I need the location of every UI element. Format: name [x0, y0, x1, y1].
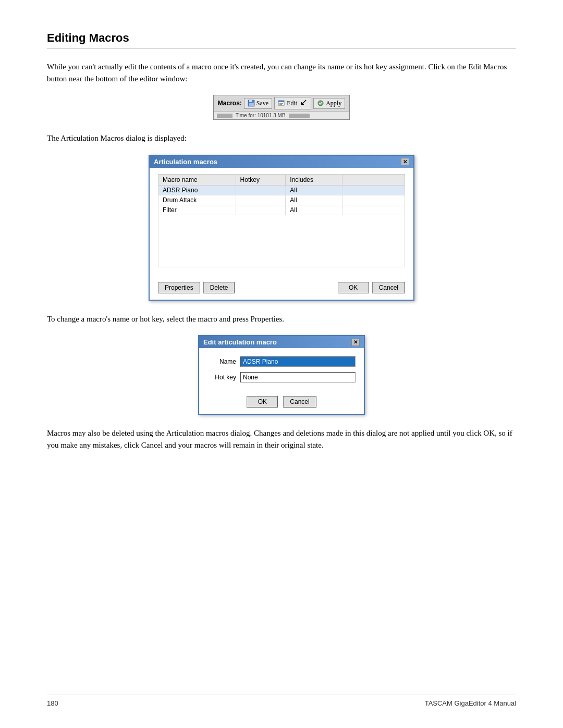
- save-label: Save: [256, 100, 268, 107]
- svg-rect-1: [249, 100, 252, 102]
- hotkey-cell: [236, 185, 286, 195]
- col-empty: [342, 174, 405, 185]
- toolbar-macros-label: Macros:: [218, 100, 242, 107]
- edit-macro-dialog: Edit articulation macro ✕ Name ADSR Pian…: [198, 335, 365, 415]
- save-icon: [248, 100, 255, 107]
- table-row[interactable]: Filter All: [158, 205, 405, 215]
- edit-macro-titlebar: Edit articulation macro ✕: [199, 336, 364, 348]
- includes-cell: All: [286, 205, 342, 215]
- includes-cell: All: [286, 195, 342, 205]
- col-hotkey: Hotkey: [236, 174, 286, 185]
- articulation-macros-footer: Properties Delete OK Cancel: [150, 278, 413, 300]
- footer-left-buttons: Properties Delete: [158, 282, 235, 293]
- delete-button[interactable]: Delete: [203, 282, 235, 293]
- hotkey-cell: [236, 205, 286, 215]
- name-input[interactable]: ADSR Piano: [240, 356, 356, 367]
- articulation-macros-dialog: Articulation macros ✕ Macro name Hotkey …: [149, 155, 414, 301]
- edit-ok-button[interactable]: OK: [247, 396, 278, 408]
- table-row-empty: [158, 215, 405, 267]
- macros-table: Macro name Hotkey Includes ADSR Piano Al…: [158, 174, 405, 267]
- save-button[interactable]: Save: [244, 98, 272, 109]
- articulation-macros-title: Articulation macros: [154, 158, 217, 166]
- hotkey-label: Hot key: [207, 374, 236, 381]
- footer-right-buttons: OK Cancel: [338, 282, 405, 293]
- apply-label: Apply: [326, 100, 341, 107]
- edit-button[interactable]: Edit ↙: [274, 97, 311, 109]
- svg-rect-4: [278, 101, 284, 102]
- properties-button[interactable]: Properties: [158, 282, 200, 293]
- closing-paragraph: Macros may also be deleted using the Art…: [47, 427, 516, 451]
- toolbar-bottom: Time for: 10101 3 MB: [214, 111, 349, 119]
- articulation-dialog-label: The Articulation Macros dialog is displa…: [47, 132, 516, 144]
- articulation-macros-close-button[interactable]: ✕: [401, 158, 409, 165]
- articulation-macros-titlebar: Articulation macros ✕: [150, 156, 413, 168]
- macro-name-cell: Filter: [158, 205, 236, 215]
- col-macro-name: Macro name: [158, 174, 236, 185]
- macro-name-cell: ADSR Piano: [158, 185, 236, 195]
- extra-cell: [342, 195, 405, 205]
- edit-cancel-button[interactable]: Cancel: [283, 396, 316, 408]
- cancel-button[interactable]: Cancel: [372, 282, 405, 293]
- ok-button[interactable]: OK: [338, 282, 369, 293]
- hotkey-row: Hot key None: [207, 372, 356, 382]
- change-paragraph: To change a macro's name or hot key, sel…: [47, 313, 516, 325]
- hotkey-cell: [236, 195, 286, 205]
- edit-icon: [278, 100, 285, 107]
- articulation-macros-dialog-container: Articulation macros ✕ Macro name Hotkey …: [47, 155, 516, 301]
- name-label: Name: [207, 358, 236, 365]
- table-row[interactable]: ADSR Piano All: [158, 185, 405, 195]
- extra-cell: [342, 185, 405, 195]
- name-row: Name ADSR Piano: [207, 356, 356, 367]
- col-includes: Includes: [286, 174, 342, 185]
- macro-name-cell: Drum Attack: [158, 195, 236, 205]
- apply-button[interactable]: Apply: [313, 98, 345, 109]
- edit-macro-close-button[interactable]: ✕: [351, 339, 360, 346]
- edit-macro-footer: OK Cancel: [199, 396, 364, 414]
- edit-macro-dialog-container: Edit articulation macro ✕ Name ADSR Pian…: [47, 335, 516, 415]
- extra-cell: [342, 205, 405, 215]
- toolbar-bottom-text: Time for: 10101 3 MB: [236, 113, 286, 118]
- hotkey-input[interactable]: None: [240, 372, 356, 382]
- footer-page-number: 180: [47, 699, 58, 707]
- articulation-macros-body: Macro name Hotkey Includes ADSR Piano Al…: [150, 168, 413, 278]
- footer-document-title: TASCAM GigaEditor 4 Manual: [425, 699, 516, 707]
- intro-paragraph: While you can't actually edit the conten…: [47, 61, 516, 84]
- edit-macro-body: Name ADSR Piano Hot key None: [199, 348, 364, 396]
- page-footer: 180 TASCAM GigaEditor 4 Manual: [47, 695, 516, 707]
- apply-icon: [317, 100, 324, 107]
- edit-label: Edit: [287, 100, 297, 107]
- page-title: Editing Macros: [47, 31, 516, 48]
- cursor-arrow: ↙: [300, 96, 308, 108]
- table-row[interactable]: Drum Attack All: [158, 195, 405, 205]
- edit-macro-title: Edit articulation macro: [203, 338, 277, 346]
- svg-rect-2: [249, 103, 254, 106]
- toolbar-image-container: Macros: Save: [47, 95, 516, 120]
- includes-cell: All: [286, 185, 342, 195]
